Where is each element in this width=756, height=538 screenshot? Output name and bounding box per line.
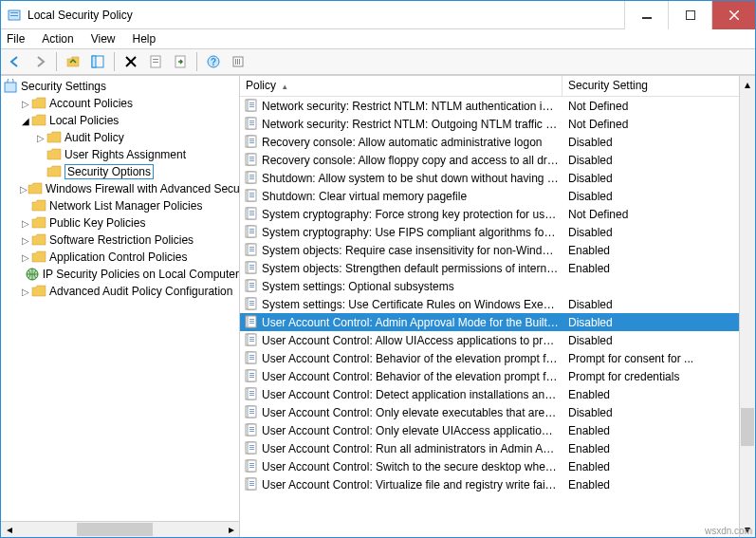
row-setting-text: Enabled xyxy=(562,424,739,437)
tree-item-label: Audit Policy xyxy=(65,131,124,144)
help-button[interactable]: ? xyxy=(203,51,224,72)
menu-action[interactable]: Action xyxy=(40,32,75,46)
list-row[interactable]: User Account Control: Admin Approval Mod… xyxy=(240,313,739,331)
properties-button[interactable] xyxy=(145,51,166,72)
row-policy-text: Recovery console: Allow floppy copy and … xyxy=(262,154,562,167)
list-row[interactable]: Network security: Restrict NTLM: NTLM au… xyxy=(240,97,739,115)
list-row[interactable]: User Account Control: Switch to the secu… xyxy=(240,457,739,475)
row-policy-text: User Account Control: Switch to the secu… xyxy=(262,460,562,473)
row-setting-text: Enabled xyxy=(562,262,739,275)
list-row[interactable]: System settings: Use Certificate Rules o… xyxy=(240,295,739,313)
column-header-setting[interactable]: Security Setting xyxy=(562,76,739,96)
svg-rect-117 xyxy=(249,431,254,432)
svg-rect-2 xyxy=(10,15,18,16)
svg-rect-41 xyxy=(249,158,254,159)
show-hide-tree-button[interactable] xyxy=(87,51,108,72)
tree-item[interactable]: ▷Windows Firewall with Advanced Security xyxy=(1,180,239,197)
collapse-icon[interactable]: ◢ xyxy=(20,116,31,126)
tree-item[interactable]: User Rights Assignment xyxy=(1,146,239,163)
list-row[interactable]: User Account Control: Only elevate UIAcc… xyxy=(240,421,739,439)
expand-icon[interactable]: ▷ xyxy=(20,99,31,109)
list-row[interactable]: User Account Control: Behavior of the el… xyxy=(240,349,739,367)
list-row[interactable]: User Account Control: Run all administra… xyxy=(240,439,739,457)
expand-icon[interactable]: ▷ xyxy=(20,218,31,229)
toolbar-separator xyxy=(56,52,57,71)
svg-rect-126 xyxy=(249,465,254,466)
tree-hscrollbar[interactable]: ◂ ▸ xyxy=(1,521,239,537)
svg-rect-120 xyxy=(249,445,254,446)
expand-icon[interactable]: ▷ xyxy=(20,184,28,195)
minimize-button[interactable] xyxy=(624,1,668,29)
expand-icon[interactable]: ▷ xyxy=(20,252,31,263)
column-header-policy[interactable]: Policy ▴ xyxy=(240,76,562,96)
menu-help[interactable]: Help xyxy=(131,32,158,46)
tree-item-label: Windows Firewall with Advanced Security xyxy=(46,182,239,195)
svg-rect-125 xyxy=(249,463,254,464)
export-button[interactable] xyxy=(170,51,191,72)
list-row[interactable]: User Account Control: Only elevate execu… xyxy=(240,403,739,421)
tree-item[interactable]: ▷Application Control Policies xyxy=(1,249,239,266)
expand-icon[interactable]: ▷ xyxy=(20,287,31,297)
up-button[interactable] xyxy=(63,51,83,72)
tree-item[interactable]: ▷Software Restriction Policies xyxy=(1,232,239,249)
list-row[interactable]: System objects: Strengthen default permi… xyxy=(240,259,739,277)
svg-rect-61 xyxy=(249,231,254,232)
list-vscrollbar[interactable]: ▴ ▾ xyxy=(739,76,755,537)
scroll-left-icon[interactable]: ◂ xyxy=(1,522,17,537)
list-row[interactable]: Recovery console: Allow floppy copy and … xyxy=(240,151,739,169)
menu-view[interactable]: View xyxy=(89,32,118,46)
tree-item-label: Software Restriction Policies xyxy=(49,233,194,247)
svg-rect-27 xyxy=(249,106,254,107)
list-row[interactable]: Shutdown: Allow system to be shut down w… xyxy=(240,169,739,187)
scroll-up-icon[interactable]: ▴ xyxy=(740,76,755,92)
app-icon xyxy=(7,8,22,23)
tree-item[interactable]: Network List Manager Policies xyxy=(1,197,239,214)
tree-item[interactable]: ▷Account Policies xyxy=(1,95,239,112)
tree-item[interactable]: IP Security Policies on Local Computer xyxy=(1,266,239,283)
scroll-right-icon[interactable]: ▸ xyxy=(223,522,239,537)
list-row[interactable]: User Account Control: Detect application… xyxy=(240,385,739,403)
svg-rect-65 xyxy=(249,247,254,248)
row-policy-text: System cryptography: Use FIPS compliant … xyxy=(262,226,562,239)
svg-rect-86 xyxy=(249,321,254,322)
tree-item[interactable]: ◢Local Policies xyxy=(1,112,239,129)
toolbar-separator xyxy=(196,52,197,71)
toolbar-separator xyxy=(114,52,115,71)
window-title: Local Security Policy xyxy=(28,9,624,22)
svg-rect-20 xyxy=(239,59,240,65)
list-row[interactable]: User Account Control: Virtualize file an… xyxy=(240,475,739,493)
maximize-button[interactable] xyxy=(668,1,711,29)
expand-icon[interactable]: ▷ xyxy=(35,133,46,143)
tree-item[interactable]: ▷Audit Policy xyxy=(1,129,239,146)
scroll-thumb[interactable] xyxy=(77,523,153,536)
tree-item[interactable]: Security Options xyxy=(1,163,239,180)
svg-rect-60 xyxy=(249,229,254,230)
refresh-button[interactable] xyxy=(228,51,249,72)
list-row[interactable]: User Account Control: Allow UIAccess app… xyxy=(240,331,739,349)
list-row[interactable]: System cryptography: Use FIPS compliant … xyxy=(240,223,739,241)
list-row[interactable]: Network security: Restrict NTLM: Outgoin… xyxy=(240,115,739,133)
list-row[interactable]: Shutdown: Clear virtual memory pagefileD… xyxy=(240,187,739,205)
list-row[interactable]: System settings: Optional subsystems xyxy=(240,277,739,295)
scroll-thumb[interactable] xyxy=(741,408,754,446)
tree-item[interactable]: ▷Advanced Audit Policy Configuration xyxy=(1,283,239,300)
svg-rect-96 xyxy=(249,357,254,358)
list-row[interactable]: User Account Control: Behavior of the el… xyxy=(240,367,739,385)
svg-rect-112 xyxy=(249,413,254,414)
row-setting-text: Prompt for credentials xyxy=(562,370,739,383)
list-row[interactable]: Recovery console: Allow automatic admini… xyxy=(240,133,739,151)
back-button[interactable] xyxy=(5,51,26,72)
tree-item[interactable]: ▷Public Key Policies xyxy=(1,214,239,232)
svg-rect-121 xyxy=(249,447,254,448)
expand-icon[interactable]: ▷ xyxy=(20,235,31,246)
tree-root[interactable]: Security Settings xyxy=(1,78,239,95)
forward-button[interactable] xyxy=(29,51,50,72)
row-policy-text: System objects: Strengthen default permi… xyxy=(262,262,562,275)
delete-button[interactable] xyxy=(120,51,141,72)
svg-rect-4 xyxy=(686,10,695,20)
close-button[interactable] xyxy=(711,1,755,29)
list-row[interactable]: System cryptography: Force strong key pr… xyxy=(240,205,739,223)
list-row[interactable]: System objects: Require case insensitivi… xyxy=(240,241,739,259)
menu-file[interactable]: File xyxy=(5,32,27,46)
svg-rect-1 xyxy=(10,12,18,13)
